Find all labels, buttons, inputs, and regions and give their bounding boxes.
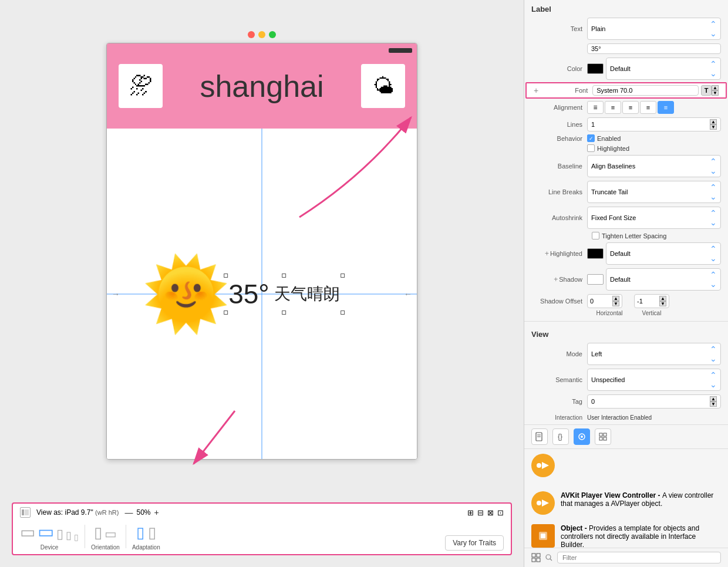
highlighted-plus-icon[interactable]: + bbox=[545, 249, 549, 258]
align-natural-button[interactable]: ≡ bbox=[658, 101, 674, 114]
iphone-small-device-icon[interactable]: ▯ bbox=[66, 529, 72, 542]
portrait-icon[interactable]: ▯ bbox=[94, 524, 102, 542]
autoshrink-dropdown[interactable]: Fixed Font Size ⌃⌄ bbox=[587, 207, 721, 229]
mode-chevron-icon: ⌃⌄ bbox=[710, 345, 717, 363]
zoom-in-button[interactable]: + bbox=[154, 508, 159, 517]
text-dropdown[interactable]: Plain ⌃⌄ bbox=[587, 18, 721, 40]
enabled-checkbox[interactable]: ✓ Enabled bbox=[587, 134, 621, 142]
resize-handle-bl[interactable] bbox=[224, 310, 228, 315]
lines-increment-button[interactable]: ▲ bbox=[710, 119, 717, 124]
shadow-v-input[interactable]: -1 ▲ ▼ bbox=[634, 294, 669, 308]
landscape-icon[interactable]: ▭ bbox=[105, 526, 117, 542]
shadow-v-stepper[interactable]: ▲ ▼ bbox=[659, 296, 666, 306]
mode-label: Mode bbox=[531, 350, 587, 357]
partly-cloudy-icon: 🌤 bbox=[373, 74, 394, 99]
shadow-offset-labels: Horizontal Vertical bbox=[585, 310, 728, 318]
adaptation-portrait-icon[interactable]: ▯ bbox=[136, 524, 144, 542]
align-icon[interactable]: ⊟ bbox=[477, 508, 484, 517]
highlighted-checkbox[interactable]: Highlighted bbox=[587, 144, 629, 152]
shadow-v-increment[interactable]: ▲ bbox=[659, 296, 666, 301]
tighten-checkmark[interactable] bbox=[592, 232, 599, 239]
font-t-button[interactable]: T bbox=[701, 85, 712, 96]
alignment-label: Alignment bbox=[531, 104, 587, 111]
resize-handle-br[interactable] bbox=[341, 310, 345, 315]
interaction-label: Interaction bbox=[531, 414, 587, 421]
highlighted-color-dropdown[interactable]: Default ⌃⌄ bbox=[606, 242, 721, 265]
tag-input[interactable]: 0 ▲ ▼ bbox=[587, 394, 721, 409]
color-dropdown[interactable]: Default ⌃⌄ bbox=[606, 58, 721, 80]
grid-icon-button[interactable] bbox=[595, 428, 611, 445]
highlighted-color-row: + Highlighted Default ⌃⌄ bbox=[524, 241, 728, 266]
autoshrink-label: Autoshrink bbox=[531, 214, 587, 221]
font-decrement-button[interactable]: ▼ bbox=[712, 90, 719, 96]
align-left-button[interactable]: ≡ bbox=[587, 101, 604, 114]
tighten-checkbox[interactable]: Tighten Letter Spacing bbox=[592, 232, 666, 239]
baseline-dropdown[interactable]: Align Baselines ⌃⌄ bbox=[587, 155, 721, 177]
maximize-button[interactable] bbox=[269, 31, 276, 38]
svg-rect-11 bbox=[599, 437, 602, 440]
color-label: Color bbox=[531, 65, 587, 72]
shadow-offset-label: Shadow Offset bbox=[531, 298, 587, 305]
ipad-device-icon[interactable]: ▭ bbox=[20, 522, 35, 542]
tag-property-row: Tag 0 ▲ ▼ bbox=[524, 393, 728, 410]
distribute-v-icon[interactable]: ⊡ bbox=[497, 508, 504, 517]
tag-increment[interactable]: ▲ bbox=[710, 396, 717, 401]
shadow-h-decrement[interactable]: ▼ bbox=[612, 301, 619, 306]
resize-handle-bc[interactable] bbox=[282, 310, 286, 315]
filter-bar bbox=[524, 548, 728, 567]
resize-handle-tl[interactable] bbox=[224, 274, 228, 278]
semantic-dropdown[interactable]: Unspecified ⌃⌄ bbox=[587, 369, 721, 391]
align-right-button[interactable]: ≡ bbox=[622, 101, 639, 114]
align-justify-button[interactable]: ≡ bbox=[640, 101, 656, 114]
mode-dropdown[interactable]: Left ⌃⌄ bbox=[587, 343, 721, 365]
ipad-selected-device-icon[interactable]: ▭ bbox=[38, 521, 54, 542]
bracket-icon-button[interactable]: {} bbox=[552, 428, 569, 445]
filter-grid-icon[interactable] bbox=[531, 553, 541, 562]
shadow-v-decrement[interactable]: ▼ bbox=[659, 301, 666, 306]
filter-input[interactable] bbox=[557, 552, 721, 563]
shadow-h-stepper[interactable]: ▲ ▼ bbox=[612, 296, 619, 306]
iphone-xs-device-icon[interactable]: ▯ bbox=[74, 532, 79, 542]
shadow-dropdown[interactable]: Default ⌃⌄ bbox=[606, 268, 721, 291]
lines-stepper[interactable]: ▲ ▼ bbox=[710, 119, 717, 130]
shadow-plus-icon[interactable]: + bbox=[554, 275, 558, 284]
shadow-h-increment[interactable]: ▲ bbox=[612, 296, 619, 301]
file-icon-button[interactable] bbox=[531, 428, 548, 445]
tag-stepper[interactable]: ▲ ▼ bbox=[710, 396, 717, 407]
zoom-out-button[interactable]: — bbox=[124, 508, 133, 517]
text-content-input[interactable]: 35° bbox=[587, 43, 721, 54]
font-increment-button[interactable]: ▲ bbox=[712, 85, 719, 90]
lines-input[interactable]: 1 ▲ ▼ bbox=[587, 117, 721, 131]
grid-icon[interactable]: ⊞ bbox=[467, 508, 474, 517]
align-center-button[interactable]: ≡ bbox=[605, 101, 621, 114]
shadow-color-swatch[interactable] bbox=[587, 274, 604, 285]
circle-icon-button[interactable] bbox=[574, 428, 590, 445]
avkit-object-icon bbox=[531, 491, 555, 515]
distribute-h-icon[interactable]: ⊠ bbox=[487, 508, 494, 517]
vary-for-traits-button[interactable]: Vary for Traits bbox=[445, 535, 504, 551]
enabled-checkmark[interactable]: ✓ bbox=[587, 134, 595, 142]
line-breaks-dropdown[interactable]: Truncate Tail ⌃⌄ bbox=[587, 181, 721, 203]
iphone-device-icon[interactable]: ▯ bbox=[56, 526, 63, 542]
view-as-label: View as: iPad 9.7" (wR hR) bbox=[36, 508, 119, 517]
tag-decrement[interactable]: ▼ bbox=[710, 401, 717, 407]
temp-label-container[interactable]: 35° 天气晴朗 bbox=[228, 278, 340, 310]
font-dropdown[interactable]: System 70.0 bbox=[592, 85, 699, 96]
resize-handle-tc[interactable] bbox=[282, 274, 286, 278]
highlighted-color-swatch[interactable] bbox=[587, 248, 604, 259]
text-label: Text bbox=[531, 25, 587, 32]
close-button[interactable] bbox=[248, 31, 255, 38]
right-constraint-arrow: ← bbox=[404, 289, 412, 299]
resize-handle-tr[interactable] bbox=[341, 274, 345, 278]
color-swatch[interactable] bbox=[587, 63, 604, 74]
sidebar-toggle-icon[interactable] bbox=[20, 507, 31, 518]
minimize-button[interactable] bbox=[258, 31, 265, 38]
font-stepper[interactable]: ▲ ▼ bbox=[712, 85, 719, 96]
shadow-h-input[interactable]: 0 ▲ ▼ bbox=[587, 294, 622, 308]
alignment-buttons: ≡ ≡ ≡ ≡ ≡ bbox=[587, 101, 674, 114]
adaptation-landscape-icon[interactable]: ▯ bbox=[148, 524, 156, 542]
font-plus-icon[interactable]: + bbox=[534, 86, 538, 95]
highlighted-checkmark[interactable] bbox=[587, 144, 595, 152]
lines-decrement-button[interactable]: ▼ bbox=[710, 124, 717, 130]
properties-scroll[interactable]: Text Plain ⌃⌄ 35° Color Default ⌃⌄ bbox=[524, 16, 728, 548]
